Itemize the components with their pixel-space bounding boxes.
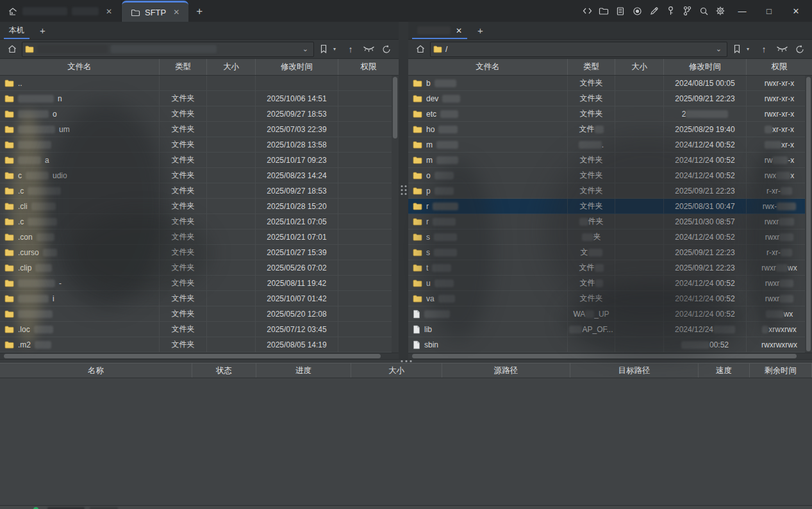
local-file-row-15[interactable]: 文件夹2025/05/20 12:08 <box>0 306 399 322</box>
maximize-button[interactable]: □ <box>756 0 783 22</box>
branch-icon[interactable] <box>679 0 695 22</box>
transfer-col-header-6[interactable]: 速度 <box>699 363 750 378</box>
remote-file-row-7[interactable]: p文件夹2025/09/21 22:23r-xr- <box>408 183 812 199</box>
new-pane-tab-button[interactable]: + <box>471 25 490 36</box>
local-file-row-2[interactable]: o文件夹2025/09/27 18:53 <box>0 106 399 122</box>
home-icon[interactable] <box>412 42 429 57</box>
local-col-header-4[interactable]: 权限 <box>338 59 399 75</box>
remote-file-row-14[interactable]: va文件夹2024/12/24 00:52rwxr <box>408 291 812 306</box>
bookmark-dropdown-caret[interactable]: ▾ <box>747 46 754 52</box>
local-file-row-17[interactable]: .m2文件夹2025/08/05 14:19 <box>0 337 399 353</box>
remote-col-header-2[interactable]: 大小 <box>615 59 664 75</box>
hidden-files-toggle-icon[interactable] <box>360 42 377 57</box>
settings-icon[interactable] <box>712 0 729 22</box>
refresh-icon[interactable] <box>378 42 395 57</box>
code-icon[interactable] <box>579 0 595 22</box>
bookmark-icon[interactable] <box>315 42 332 57</box>
close-icon[interactable]: ✕ <box>173 8 179 17</box>
minimize-button[interactable]: — <box>729 0 756 22</box>
close-icon[interactable]: ✕ <box>106 7 112 16</box>
remote-file-row-2[interactable]: etc文件夹2rwxr-xr-x <box>408 106 812 122</box>
transfer-col-header-1[interactable]: 状态 <box>192 363 256 378</box>
local-file-row-11[interactable]: .curso文件夹2025/10/27 15:39 <box>0 245 399 260</box>
remote-file-row-8[interactable]: r文件夹2025/08/31 00:47rwx- <box>408 199 812 214</box>
remote-file-row-10[interactable]: s夹2024/12/24 00:52rwxr <box>408 229 812 245</box>
transfer-col-header-5[interactable]: 目标路径 <box>570 363 699 378</box>
document-icon[interactable] <box>612 0 629 22</box>
remote-horizontal-scrollbar[interactable] <box>408 353 812 359</box>
bookmark-icon[interactable] <box>729 42 745 57</box>
remote-file-row-16[interactable]: libAP_OF...2024/12/24xrwxrwx <box>408 322 812 337</box>
remote-file-row-12[interactable]: t文件2025/09/21 22:23rwxrwx <box>408 260 812 276</box>
transfer-col-header-7[interactable]: 剩余时间 <box>750 363 812 378</box>
tab-local-machine[interactable]: 本机 <box>0 22 33 39</box>
tab-remote-session[interactable]: ✕ <box>408 22 471 39</box>
remote-file-row-4[interactable]: m.2024/12/24 00:52xr-x <box>408 137 812 153</box>
new-pane-tab-button[interactable]: + <box>33 25 52 36</box>
local-col-header-3[interactable]: 修改时间 <box>256 59 338 75</box>
refresh-icon[interactable] <box>791 42 808 57</box>
transfer-col-header-4[interactable]: 源路径 <box>442 363 570 378</box>
local-file-row-3[interactable]: um文件夹2025/07/03 22:39 <box>0 122 399 137</box>
remote-file-row-9[interactable]: r件夹2025/10/30 08:57rwxr <box>408 214 812 229</box>
local-path-input[interactable]: ⌄ <box>22 42 314 57</box>
close-button[interactable]: ✕ <box>783 0 809 22</box>
size-cell <box>615 183 664 198</box>
transfer-col-header-2[interactable]: 进度 <box>256 363 351 378</box>
transfer-col-header-3[interactable]: 大小 <box>351 363 442 378</box>
pane-splitter[interactable] <box>399 22 408 359</box>
up-directory-icon[interactable]: ↑ <box>756 42 772 57</box>
local-file-row-7[interactable]: .c文件夹2025/09/27 18:53 <box>0 183 399 199</box>
bookmark-dropdown-caret[interactable]: ▾ <box>333 46 341 52</box>
search-icon[interactable] <box>695 0 712 22</box>
remote-file-row-11[interactable]: s文2025/09/21 22:23r-xr- <box>408 245 812 260</box>
folder-icon[interactable] <box>595 0 612 22</box>
close-icon[interactable]: ✕ <box>456 26 462 35</box>
local-file-row-9[interactable]: .c文件夹2025/10/21 07:05 <box>0 214 399 229</box>
window-tab-session[interactable]: ✕ <box>0 1 122 22</box>
remote-col-header-4[interactable]: 权限 <box>747 59 812 75</box>
local-col-header-2[interactable]: 大小 <box>207 59 256 75</box>
new-tab-button[interactable]: + <box>188 5 210 22</box>
record-icon[interactable] <box>629 0 645 22</box>
chevron-down-icon[interactable]: ⌄ <box>300 45 311 53</box>
remote-file-row-5[interactable]: m文件夹2024/12/24 00:52rw-x <box>408 153 812 168</box>
local-file-row-5[interactable]: a文件夹2025/10/17 09:23 <box>0 153 399 168</box>
hidden-files-toggle-icon[interactable] <box>774 42 790 57</box>
remote-file-row-13[interactable]: u文件2024/12/24 00:52rwxr <box>408 276 812 291</box>
remote-file-row-0[interactable]: b文件夹2024/08/15 00:05rwxr-xr-x <box>408 76 812 91</box>
remote-col-header-3[interactable]: 修改时间 <box>664 59 747 75</box>
local-horizontal-scrollbar[interactable] <box>0 353 399 359</box>
chevron-down-icon[interactable]: ⌄ <box>713 45 724 53</box>
transfer-col-header-0[interactable]: 名称 <box>0 363 192 378</box>
local-file-row-8[interactable]: .cli文件夹2025/10/28 15:20 <box>0 199 399 214</box>
name-cell <box>0 137 160 152</box>
remote-path-input[interactable]: / ⌄ <box>430 42 727 57</box>
local-file-row-1[interactable]: n文件夹2025/10/06 14:51 <box>0 91 399 106</box>
transfer-panel-resizer[interactable] <box>0 359 812 363</box>
local-file-row-6[interactable]: cudio文件夹2025/08/23 14:24 <box>0 168 399 183</box>
local-file-row-0[interactable]: .. <box>0 76 399 91</box>
pencil-icon[interactable] <box>645 0 662 22</box>
local-file-row-4[interactable]: 文件夹2025/10/28 13:58 <box>0 137 399 153</box>
local-file-row-10[interactable]: .con文件夹2025/10/21 07:01 <box>0 229 399 245</box>
local-col-header-0[interactable]: 文件名 <box>0 59 160 75</box>
local-file-row-14[interactable]: i文件夹2025/10/07 01:42 <box>0 291 399 306</box>
local-file-row-16[interactable]: .loc文件夹2025/07/12 03:45 <box>0 322 399 337</box>
remote-file-row-6[interactable]: o文件夹2024/12/24 00:52rwxx <box>408 168 812 183</box>
remote-file-row-17[interactable]: sbin00:52rwxrwxrwx <box>408 337 812 353</box>
local-file-row-12[interactable]: .clip文件夹2025/05/26 07:02 <box>0 260 399 276</box>
key-icon[interactable] <box>662 0 679 22</box>
remote-file-row-1[interactable]: dev文件夹2025/09/21 22:23rwxr-xr-x <box>408 91 812 106</box>
remote-col-header-1[interactable]: 类型 <box>568 59 615 75</box>
remote-col-header-0[interactable]: 文件名 <box>408 59 568 75</box>
window-tab-sftp[interactable]: SFTP ✕ <box>122 1 188 22</box>
home-icon[interactable] <box>4 42 21 57</box>
remote-vertical-scrollbar[interactable] <box>805 76 812 353</box>
local-col-header-1[interactable]: 类型 <box>160 59 207 75</box>
local-file-row-13[interactable]: -文件夹2025/08/11 19:42 <box>0 276 399 291</box>
up-directory-icon[interactable]: ↑ <box>342 42 359 57</box>
remote-file-row-3[interactable]: ho文件2025/08/29 19:40xr-xr-x <box>408 122 812 137</box>
remote-file-row-15[interactable]: WA_UP2024/12/24 00:52wx <box>408 306 812 322</box>
local-vertical-scrollbar[interactable] <box>392 76 399 353</box>
